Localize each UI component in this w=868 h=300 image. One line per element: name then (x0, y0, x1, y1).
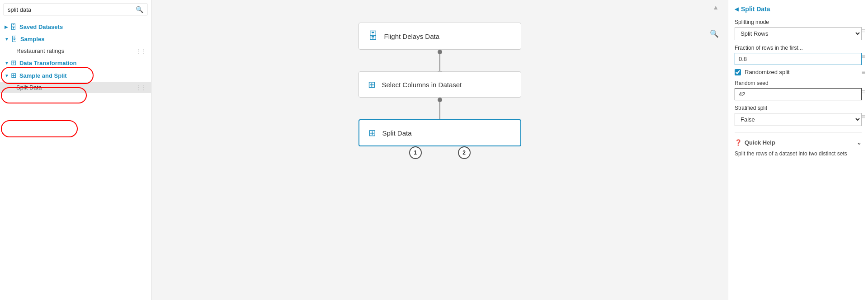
fraction-row: ≡ (735, 53, 862, 65)
sidebar-item-saved-datasets[interactable]: ▶ 🗄 Saved Datasets (0, 21, 151, 33)
drag-seed-icon: ≡ (862, 88, 865, 95)
randomized-split-label: Randomized split (745, 69, 790, 75)
splitting-mode-row: Split Rows ≡ (735, 27, 862, 40)
sidebar-item-sample-split[interactable]: ▼ ⊞ Sample and Split (0, 69, 151, 82)
sample-split-icon: ⊞ (11, 71, 17, 80)
flight-delays-label: Flight Delays Data (384, 33, 440, 40)
stratified-split-label: Stratified split (735, 105, 862, 111)
quick-help-left: ❓ Quick Help (735, 139, 775, 146)
drag-handle-icon: ⋮⋮ (136, 48, 146, 54)
split-data-node-icon: ⊞ (368, 127, 376, 138)
sidebar-item-data-transformation[interactable]: ▼ ⊞ Data Transformation (0, 56, 151, 69)
splitting-mode-label: Splitting mode (735, 19, 862, 25)
split-data-label: Split Data (16, 84, 42, 91)
output-ports: 1 2 (409, 146, 471, 159)
drag-mode-icon: ≡ (862, 27, 865, 34)
caret-icon-dt: ▼ (5, 61, 9, 66)
stratified-split-row: False True ≡ (735, 113, 862, 126)
sample-split-label: Sample and Split (19, 72, 67, 79)
sidebar: split data 🔍 ▶ 🗄 Saved Datasets ▼ 🗄 Samp… (0, 0, 151, 300)
sidebar-child-split-data[interactable]: Split Data ⋮⋮ (0, 82, 151, 93)
main-canvas: ▲ 🔍 🗄 Flight Delays Data ⊞ Select Column… (151, 0, 728, 300)
randomized-split-checkbox[interactable] (735, 69, 741, 75)
dot-1 (438, 50, 442, 54)
node-select-columns[interactable]: ⊞ Select Columns in Dataset (359, 71, 521, 98)
canvas-search-icon[interactable]: 🔍 (710, 29, 719, 38)
fraction-input[interactable] (735, 53, 862, 65)
search-input[interactable]: split data (8, 6, 136, 13)
node-flight-delays[interactable]: 🗄 Flight Delays Data (359, 23, 521, 50)
dot-2 (438, 98, 442, 102)
random-seed-row: ≡ (735, 88, 862, 100)
random-seed-input[interactable] (735, 88, 862, 100)
fraction-label: Fraction of rows in the first... (735, 45, 862, 51)
split-data-node-label: Split Data (382, 129, 412, 137)
samples-icon: 🗄 (11, 35, 18, 43)
quick-help-title: Quick Help (745, 139, 775, 146)
select-columns-icon: ⊞ (368, 79, 376, 90)
quick-help-chevron: ⌄ (857, 139, 862, 146)
caret-icon-ss: ▼ (5, 73, 9, 78)
randomized-split-row: Randomized split ≡ (735, 69, 862, 75)
drag-fraction-icon: ≡ (862, 53, 865, 60)
scroll-up-icon[interactable]: ▲ (712, 4, 719, 11)
caret-icon-samples: ▼ (5, 37, 9, 42)
arrow-1 (439, 54, 440, 71)
data-transformation-icon: ⊞ (11, 59, 17, 67)
node-split-data[interactable]: ⊞ Split Data (359, 119, 521, 146)
quick-help-body: Split the rows of a dataset into two dis… (735, 150, 862, 158)
caret-icon: ▶ (5, 24, 8, 29)
quick-help-header[interactable]: ❓ Quick Help ⌄ (735, 139, 862, 146)
connector-1 (438, 50, 442, 71)
right-panel: ◀ Split Data Splitting mode Split Rows ≡… (728, 0, 868, 300)
question-icon: ❓ (735, 139, 742, 146)
stratified-split-select[interactable]: False True (735, 113, 862, 126)
panel-title: ◀ Split Data (735, 5, 862, 13)
workflow: 🗄 Flight Delays Data ⊞ Select Columns in… (359, 23, 521, 159)
quick-help-text: Split the rows of a dataset into two dis… (735, 150, 847, 157)
data-transformation-label: Data Transformation (19, 60, 76, 66)
arrow-2 (439, 102, 440, 119)
drag-handle-split-icon: ⋮⋮ (136, 84, 146, 91)
port-2[interactable]: 2 (458, 146, 471, 159)
drag-random-icon: ≡ (862, 69, 865, 76)
divider (735, 132, 862, 133)
panel-caret-icon: ◀ (735, 6, 738, 12)
search-bar[interactable]: split data 🔍 (4, 4, 147, 15)
port-1[interactable]: 1 (409, 146, 422, 159)
panel-title-text: Split Data (741, 5, 770, 13)
samples-label: Samples (20, 36, 44, 42)
sidebar-item-samples[interactable]: ▼ 🗄 Samples (0, 33, 151, 45)
search-button[interactable]: 🔍 (136, 6, 143, 13)
connector-2 (438, 98, 442, 119)
select-columns-label: Select Columns in Dataset (382, 81, 462, 89)
random-seed-label: Random seed (735, 80, 862, 86)
tree-area: ▶ 🗄 Saved Datasets ▼ 🗄 Samples Restauran… (0, 19, 151, 300)
saved-datasets-label: Saved Datasets (19, 23, 63, 30)
dataset-icon: 🗄 (10, 23, 17, 31)
restaurant-ratings-label: Restaurant ratings (16, 47, 64, 54)
flight-delays-icon: 🗄 (368, 30, 378, 42)
splitting-mode-select[interactable]: Split Rows (735, 27, 862, 40)
sidebar-child-restaurant-ratings[interactable]: Restaurant ratings ⋮⋮ (0, 45, 151, 56)
drag-stratified-icon: ≡ (862, 113, 865, 120)
